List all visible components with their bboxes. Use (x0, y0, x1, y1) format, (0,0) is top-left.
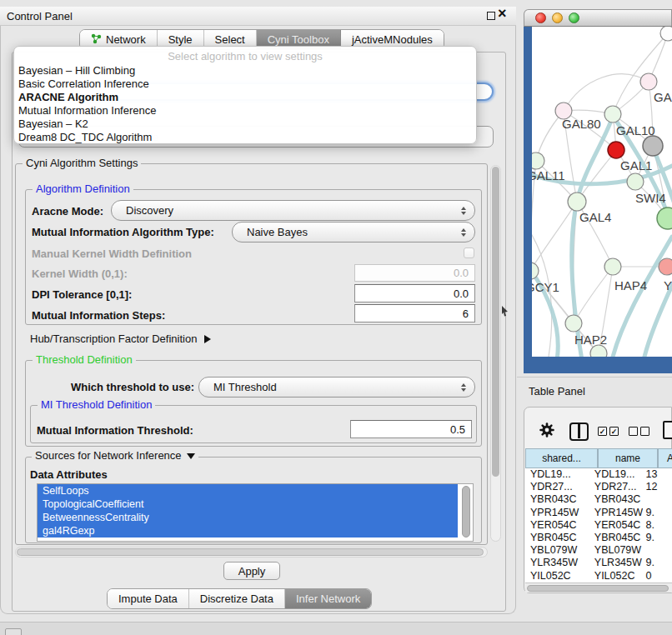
settings-horizontal-scrollbar-thumb[interactable] (17, 548, 484, 556)
cell: YDL19... (589, 468, 643, 481)
dpi-tolerance-value: 0.0 (454, 288, 469, 300)
settings-vertical-scrollbar-thumb[interactable] (492, 167, 499, 477)
algorithm-option[interactable]: Dream8 DC_TDC Algorithm (14, 131, 476, 144)
network-graph: GAL GAL80 GAL10 GAL1 GAL11 SWI4 GAL4 GCY… (532, 27, 672, 357)
column-header-name[interactable]: name (598, 448, 658, 468)
algorithm-option[interactable]: Basic Correlation Inference (14, 78, 476, 91)
close-traffic-light-icon[interactable] (535, 12, 546, 23)
table-row[interactable]: YPR145WYPR145W9. (525, 507, 672, 519)
node-gal1-red[interactable] (608, 142, 624, 158)
network-canvas[interactable]: GAL GAL80 GAL10 GAL1 GAL11 SWI4 GAL4 GCY… (532, 27, 672, 357)
node-label: GAL4 (579, 210, 611, 224)
select-all-checks-icon[interactable]: ✓ ✓ (598, 427, 619, 436)
tab-cyni-toolbox-label: Cyni Toolbox (268, 33, 329, 46)
cell: 13 (643, 468, 672, 481)
apply-button[interactable]: Apply (223, 562, 280, 580)
node-bottom[interactable] (590, 345, 607, 357)
aracne-mode-label: Aracne Mode: (32, 205, 103, 218)
attribute-item-selected[interactable]: gal4RGexp (38, 524, 458, 538)
sources-legend[interactable]: Sources for Network Inference (32, 449, 198, 462)
column-header-shared[interactable]: shared... (525, 448, 598, 468)
float-window-icon[interactable] (487, 12, 495, 20)
deselect-all-checks-icon[interactable] (629, 427, 649, 436)
spinner-arrows-icon (461, 383, 466, 392)
cyni-bottom-tabbar: Impute Data Discretize Data Infer Networ… (107, 588, 372, 609)
cell: YDR27... (525, 481, 589, 493)
gear-icon[interactable] (539, 422, 555, 442)
apply-button-label: Apply (238, 565, 266, 578)
attribute-item-selected[interactable]: BetweennessCentrality (38, 511, 458, 524)
close-icon[interactable]: × (498, 6, 507, 21)
manual-kernel-checkbox[interactable] (464, 248, 474, 258)
algorithm-option-selected[interactable]: ARACNE Algorithm (14, 91, 476, 104)
table-row[interactable]: YBR045CYBR045C9. (525, 532, 672, 544)
network-graph-icon (91, 33, 102, 47)
table-row[interactable]: YIL052CYIL052C0 (525, 570, 672, 582)
aracne-mode-value: Discovery (126, 204, 173, 217)
document-icon[interactable] (663, 421, 672, 439)
hub-definition-expander[interactable]: Hub/Transcription Factor Definition (30, 332, 211, 346)
minimize-traffic-light-icon[interactable] (552, 12, 563, 23)
algorithm-option[interactable]: Bayesian – Hill Climbing (14, 64, 476, 78)
cell: YBR045C (525, 532, 589, 544)
node-table[interactable]: YDL19...YDL19...13 YDR27...YDR27...12 YB… (525, 468, 672, 582)
tab-impute-data[interactable]: Impute Data (108, 589, 189, 608)
cell: 0 (643, 570, 672, 582)
node-gal-pink[interactable] (640, 73, 657, 90)
aracne-mode-combo[interactable]: Discovery (111, 200, 475, 221)
table-row[interactable]: YBL079WYBL079W (525, 544, 672, 557)
spinner-arrows-icon (461, 207, 466, 215)
mi-threshold-field[interactable]: 0.5 (350, 420, 472, 438)
mi-threshold-value: 0.5 (450, 423, 465, 436)
dpi-tolerance-field[interactable]: 0.0 (354, 284, 475, 302)
control-panel-title: Control Panel (7, 10, 73, 22)
minimized-panel-button[interactable] (5, 628, 22, 635)
node-salmon[interactable] (659, 258, 672, 275)
mi-steps-field[interactable]: 6 (354, 304, 475, 322)
node-green-bright[interactable] (657, 208, 672, 229)
table-row[interactable]: YDR27...YDR27...12 (525, 481, 672, 493)
tab-infer-network[interactable]: Infer Network (285, 589, 371, 608)
table-row[interactable]: YBR043CYBR043C (525, 493, 672, 506)
node-label: GAL1 (620, 158, 652, 172)
tab-infer-network-label: Infer Network (296, 592, 360, 605)
table-horizontal-scrollbar-thumb[interactable] (527, 585, 669, 592)
panel-divider (517, 377, 672, 378)
algorithm-placeholder: Select algorithm to view settings (14, 49, 476, 64)
dpi-tolerance-label: DPI Tolerance [0,1]: (32, 288, 132, 302)
zoom-traffic-light-icon[interactable] (569, 12, 579, 23)
attribute-item-selected[interactable]: TopologicalCoefficient (38, 498, 458, 511)
data-attributes-list[interactable]: SelfLoops TopologicalCoefficient Between… (37, 483, 474, 542)
table-row[interactable]: YDL19...YDL19...13 (525, 468, 672, 481)
cell: YPR145W (589, 507, 643, 519)
mi-steps-label: Mutual Information Steps: (32, 309, 165, 322)
node-gal11[interactable] (532, 152, 544, 169)
table-row[interactable]: YER054CYER054C8. (525, 519, 672, 532)
node-swi4[interactable] (627, 173, 644, 190)
algorithm-option[interactable]: Mutual Information Inference (14, 104, 476, 118)
data-attributes-label: Data Attributes (30, 468, 108, 482)
column-header-cut[interactable]: A (658, 448, 672, 468)
unchecked-box-icon (629, 427, 638, 436)
columns-icon[interactable] (569, 422, 589, 441)
list-scrollbar-thumb[interactable] (462, 486, 470, 538)
node-label: Y (664, 278, 672, 292)
tab-discretize-data[interactable]: Discretize Data (189, 589, 285, 608)
attribute-item-selected[interactable]: SelfLoops (38, 484, 458, 498)
mi-threshold-label: Mutual Information Threshold: (37, 424, 193, 438)
which-threshold-combo[interactable]: MI Threshold (198, 377, 475, 398)
mi-type-combo[interactable]: Naive Bayes (232, 222, 475, 242)
node-unlabeled[interactable] (660, 27, 672, 41)
node-label: GAL80 (562, 117, 601, 131)
node-hap4[interactable] (604, 258, 621, 275)
node-hap2[interactable] (565, 315, 582, 332)
status-bar (0, 622, 672, 635)
table-row[interactable]: YLR345WYLR345W9. (525, 557, 672, 569)
node-gal10[interactable] (604, 106, 621, 122)
table-horizontal-scrollbar[interactable] (525, 582, 672, 592)
node-gray[interactable] (643, 136, 663, 156)
manual-kernel-label: Manual Kernel Width Definition (32, 248, 192, 261)
kernel-width-value: 0.0 (454, 267, 469, 279)
node-gal4[interactable] (568, 192, 586, 211)
algorithm-option[interactable]: Bayesian – K2 (14, 118, 476, 131)
